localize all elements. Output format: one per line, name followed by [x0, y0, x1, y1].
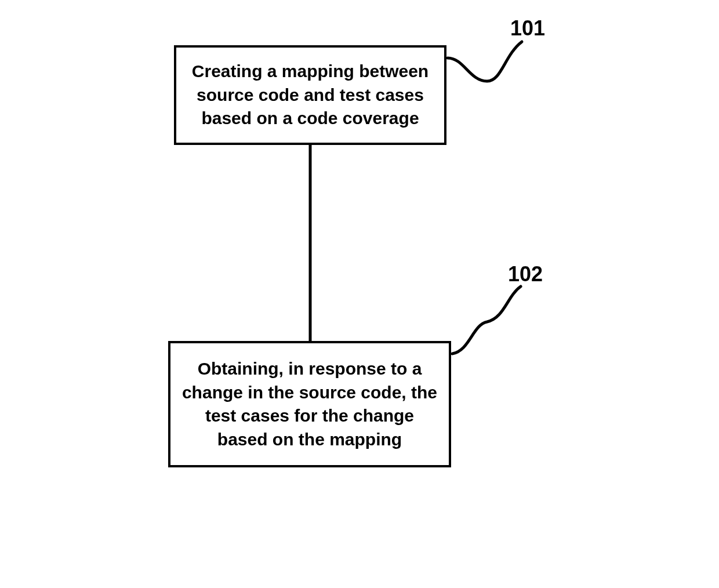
flow-step-102-text: Obtaining, in response to a change in th… — [179, 357, 441, 451]
flow-step-102: Obtaining, in response to a change in th… — [168, 341, 451, 467]
flow-step-102-label: 102 — [508, 262, 543, 286]
callout-102 — [452, 286, 521, 354]
diagram-canvas: Creating a mapping between source code a… — [0, 0, 719, 588]
flow-step-101-text: Creating a mapping between source code a… — [184, 60, 436, 130]
flow-step-101: Creating a mapping between source code a… — [174, 45, 446, 145]
callout-101 — [448, 42, 522, 81]
flow-step-101-label: 101 — [510, 16, 545, 41]
